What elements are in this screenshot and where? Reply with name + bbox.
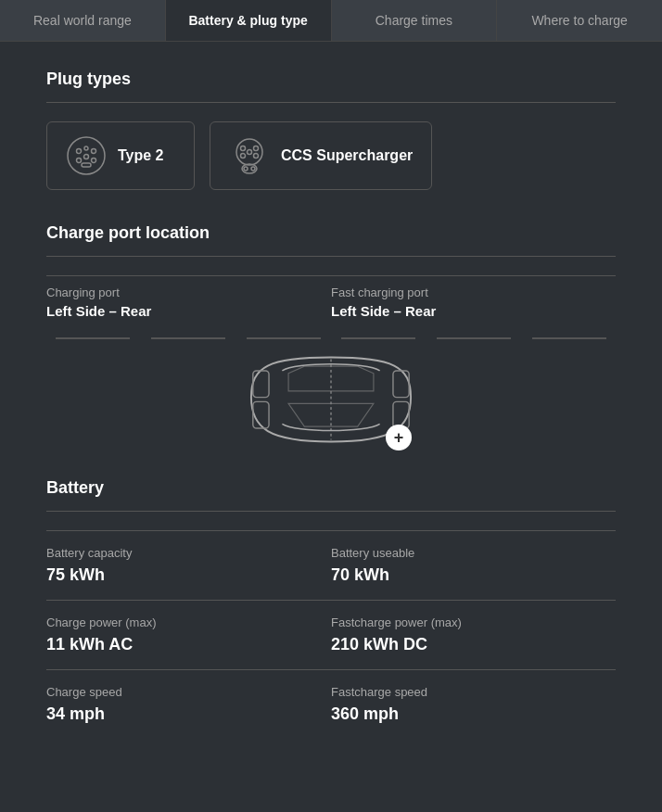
charge-power-label: Charge power (max) xyxy=(46,615,331,629)
fastcharge-speed-label: Fastcharge speed xyxy=(331,685,616,699)
ccs-plug-icon xyxy=(229,135,270,176)
fastcharge-speed-item: Fastcharge speed 360 mph xyxy=(331,669,616,739)
battery-capacity-value: 75 kWh xyxy=(46,565,331,585)
indicator-line-1 xyxy=(56,337,130,339)
charge-port-section: Charge port location Charging port Left … xyxy=(46,223,616,450)
svg-point-10 xyxy=(254,146,259,151)
indicator-line-5 xyxy=(437,337,511,339)
plug-types-row: Type 2 CCS Supercharger xyxy=(46,121,616,190)
fast-charging-port-detail: Fast charging port Left Side – Rear xyxy=(331,275,616,319)
svg-point-2 xyxy=(92,149,96,154)
indicator-line-3 xyxy=(247,337,321,339)
svg-point-13 xyxy=(248,150,252,155)
battery-divider xyxy=(46,511,616,512)
charge-power-value: 11 kWh AC xyxy=(46,635,331,654)
type2-label: Type 2 xyxy=(118,147,164,164)
fastcharge-power-item: Fastcharge power (max) 210 kWh DC xyxy=(331,600,616,669)
svg-point-3 xyxy=(77,159,82,163)
svg-point-16 xyxy=(251,167,255,171)
battery-grid: Battery capacity 75 kWh Battery useable … xyxy=(46,530,616,739)
tab-bar: Real world range Battery & plug type Cha… xyxy=(0,0,662,42)
battery-capacity-label: Battery capacity xyxy=(46,546,331,560)
tab-real-world-range[interactable]: Real world range xyxy=(0,0,166,41)
charging-port-label: Charging port xyxy=(46,275,331,299)
charge-port-title: Charge port location xyxy=(46,223,616,243)
ccs-label: CCS Supercharger xyxy=(281,147,413,164)
svg-rect-19 xyxy=(253,401,269,428)
charge-speed-value: 34 mph xyxy=(46,704,331,724)
battery-useable-label: Battery useable xyxy=(331,546,616,560)
svg-rect-18 xyxy=(253,371,269,398)
car-diagram-plus-button[interactable]: + xyxy=(386,425,412,450)
plug-card-type2[interactable]: Type 2 xyxy=(46,121,195,190)
port-indicators-row xyxy=(46,337,616,339)
indicator-line-4 xyxy=(341,337,415,339)
battery-useable-value: 70 kWh xyxy=(331,565,616,585)
fastcharge-power-value: 210 kWh DC xyxy=(331,635,616,654)
svg-rect-20 xyxy=(393,371,409,398)
svg-point-9 xyxy=(241,146,246,151)
indicator-line-6 xyxy=(532,337,606,339)
battery-title: Battery xyxy=(46,478,616,498)
tab-where-to-charge[interactable]: Where to charge xyxy=(497,0,662,41)
fastcharge-speed-value: 360 mph xyxy=(331,704,616,724)
charge-speed-label: Charge speed xyxy=(46,685,331,699)
charge-power-item: Charge power (max) 11 kWh AC xyxy=(46,600,331,669)
svg-point-0 xyxy=(68,137,105,174)
port-details-row: Charging port Left Side – Rear Fast char… xyxy=(46,275,616,319)
svg-point-1 xyxy=(77,149,82,154)
tab-charge-times[interactable]: Charge times xyxy=(332,0,498,41)
tab-battery-plug-type[interactable]: Battery & plug type xyxy=(166,0,332,41)
fast-charging-port-value: Left Side – Rear xyxy=(331,303,616,319)
plug-types-section: Plug types Type 2 xyxy=(46,70,616,190)
charge-speed-item: Charge speed 34 mph xyxy=(46,669,331,739)
charge-port-divider xyxy=(46,256,616,257)
svg-rect-7 xyxy=(82,163,91,167)
battery-section: Battery Battery capacity 75 kWh Battery … xyxy=(46,478,616,739)
type2-plug-icon xyxy=(66,135,107,176)
charging-port-value: Left Side – Rear xyxy=(46,303,331,319)
plug-types-divider xyxy=(46,102,616,103)
svg-point-12 xyxy=(254,154,259,159)
svg-point-11 xyxy=(241,154,246,159)
car-diagram-container: + xyxy=(46,349,616,450)
charging-port-detail: Charging port Left Side – Rear xyxy=(46,275,331,319)
fast-charging-port-label: Fast charging port xyxy=(331,275,616,299)
plug-card-ccs[interactable]: CCS Supercharger xyxy=(210,121,432,190)
svg-point-5 xyxy=(84,155,89,159)
svg-point-6 xyxy=(84,146,88,150)
svg-point-8 xyxy=(236,139,262,165)
battery-useable-item: Battery useable 70 kWh xyxy=(331,530,616,600)
main-content: Plug types Type 2 xyxy=(0,42,662,767)
plug-types-title: Plug types xyxy=(46,70,616,89)
fastcharge-power-label: Fastcharge power (max) xyxy=(331,615,616,629)
indicator-line-2 xyxy=(151,337,225,339)
svg-point-4 xyxy=(92,159,96,163)
battery-capacity-item: Battery capacity 75 kWh xyxy=(46,530,331,600)
svg-point-15 xyxy=(244,167,248,171)
